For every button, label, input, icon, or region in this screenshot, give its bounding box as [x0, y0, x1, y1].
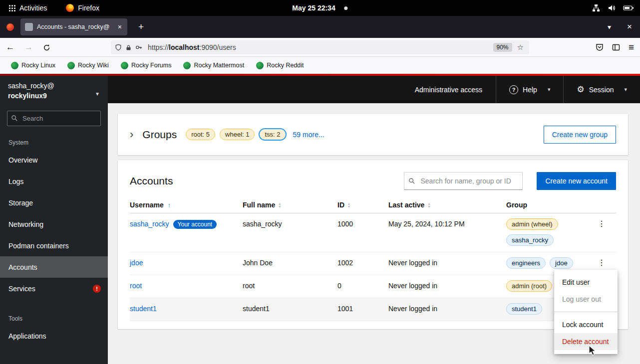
id-cell: 1000 — [337, 213, 388, 252]
new-tab-button[interactable]: + — [135, 21, 147, 32]
save-to-pocket-icon[interactable] — [596, 43, 604, 51]
sidebar-item-accounts[interactable]: Accounts — [0, 256, 108, 278]
focused-app-menu[interactable]: Firefox — [63, 3, 102, 13]
sidebar-search-input[interactable] — [7, 111, 101, 126]
rocky-linux-icon — [11, 62, 18, 69]
browser-tab[interactable]: Accounts - sasha_rocky@ × — [20, 18, 127, 35]
create-new-account-button[interactable]: Create new account — [537, 172, 616, 190]
administrative-access-button[interactable]: Administrative access — [401, 86, 496, 94]
row-actions-kebab-icon[interactable]: ⋮ — [594, 258, 610, 267]
sort-ascending-icon: ↑ — [168, 201, 171, 209]
column-header-username[interactable]: Username↑ — [130, 198, 243, 213]
firefox-profile-icon[interactable] — [6, 23, 14, 31]
group-chip[interactable]: student1 — [506, 303, 542, 315]
url-bar[interactable]: https://localhost:9090/users 90% ☆ — [111, 40, 529, 54]
group-chip[interactable]: jdoe — [550, 257, 573, 269]
sidebar-item-label: Logs — [8, 178, 23, 185]
url-path: :9090/users — [200, 43, 236, 51]
clock-button[interactable]: May 25 22:34 — [292, 4, 347, 12]
window-close-icon[interactable]: × — [627, 22, 632, 32]
recording-indicator-icon — [344, 6, 348, 10]
help-label: Help — [523, 86, 537, 94]
accounts-title: Accounts — [130, 175, 173, 187]
bookmark-rocky-forums[interactable]: Rocky Forums — [118, 60, 175, 71]
sidebar-item-overview[interactable]: Overview — [0, 149, 108, 171]
help-dropdown[interactable]: ? Help ▾ — [496, 76, 563, 103]
column-header-last-active[interactable]: Last active▴▾ — [388, 198, 506, 213]
search-icon — [11, 115, 18, 122]
full-name-cell: sasha_rocky — [243, 213, 337, 252]
bookmark-rocky-wiki[interactable]: Rocky Wiki — [64, 60, 112, 71]
bookmark-rocky-linux[interactable]: Rocky Linux — [8, 60, 58, 71]
menu-item-lock-account[interactable]: Lock account — [554, 316, 618, 333]
group-chip[interactable]: admin (root) — [506, 280, 552, 292]
back-button[interactable]: ← — [6, 42, 14, 52]
screen: Activities Firefox May 25 22:34 Accounts… — [0, 0, 640, 364]
your-account-badge: Your account — [173, 220, 217, 229]
connection-lock-icon[interactable] — [125, 44, 132, 51]
username-link[interactable]: student1 — [130, 305, 157, 313]
sidebar-username: sasha_rocky@ — [8, 81, 100, 91]
activities-icon — [9, 5, 15, 11]
activities-button[interactable]: Activities — [6, 3, 50, 13]
list-all-tabs-icon[interactable]: ▾ — [608, 23, 611, 31]
rocky-forums-icon — [121, 62, 128, 69]
column-header-full-name[interactable]: Full name▴▾ — [243, 198, 337, 213]
group-chip[interactable]: admin (wheel) — [506, 218, 558, 230]
sidebar-item-logs[interactable]: Logs — [0, 171, 108, 192]
help-caret-icon: ▾ — [548, 86, 551, 93]
system-status-area[interactable] — [592, 4, 634, 12]
app-menu-icon[interactable]: ≡ — [629, 42, 634, 53]
table-row-jdoe: jdoe John Doe 1002 Never logged in engin… — [130, 252, 616, 275]
bookmark-star-icon[interactable]: ☆ — [516, 43, 525, 52]
sidebar-item-services[interactable]: Services! — [0, 278, 108, 299]
sidebar-toggle-icon[interactable] — [612, 43, 620, 51]
row-actions-kebab-icon[interactable]: ⋮ — [594, 219, 610, 228]
id-cell: 1001 — [337, 298, 388, 321]
groups-expand-chevron-icon[interactable]: › — [130, 129, 133, 140]
tracking-protection-shield-icon[interactable] — [115, 44, 122, 51]
groups-more-link[interactable]: 59 more... — [293, 131, 324, 139]
group-chip-tss[interactable]: tss: 2 — [259, 129, 286, 140]
column-header-id[interactable]: ID▴▾ — [337, 198, 388, 213]
username-link[interactable]: sasha_rocky — [130, 220, 169, 228]
accounts-search — [404, 172, 523, 190]
table-row-root: root root 0 Never logged in admin (root)… — [130, 275, 616, 298]
username-link[interactable]: root — [130, 282, 142, 290]
reload-button[interactable] — [43, 44, 50, 51]
host-switcher[interactable]: sasha_rocky@ rockylinux9 ▾ — [0, 76, 108, 101]
username-link[interactable]: jdoe — [130, 259, 143, 267]
table-row-sasha-rocky: sasha_rockyYour account sasha_rocky 1000… — [130, 213, 616, 252]
column-label: ID — [337, 201, 344, 209]
group-chip-root[interactable]: root: 5 — [186, 129, 215, 140]
bookmark-label: Rocky Mattermost — [194, 62, 244, 69]
column-label: Username — [130, 201, 164, 209]
search-icon — [408, 178, 415, 184]
bookmark-label: Rocky Forums — [131, 62, 172, 69]
sidebar-item-podman-containers[interactable]: Podman containers — [0, 235, 108, 256]
menu-divider — [554, 312, 618, 312]
group-chip[interactable]: engineers — [506, 257, 546, 269]
accounts-search-input[interactable] — [404, 172, 523, 190]
tab-close-icon[interactable]: × — [117, 23, 123, 31]
sidebar-item-applications[interactable]: Applications — [0, 325, 108, 347]
saved-password-key-icon[interactable] — [135, 44, 142, 51]
sortable-icon: ▴▾ — [279, 202, 281, 208]
mouse-cursor — [588, 345, 597, 356]
sidebar-item-storage[interactable]: Storage — [0, 192, 108, 213]
zoom-level-badge[interactable]: 90% — [493, 43, 512, 52]
url-host: localhost — [169, 43, 199, 51]
gnome-top-bar: Activities Firefox May 25 22:34 — [0, 0, 640, 16]
group-chip-wheel[interactable]: wheel: 1 — [220, 129, 255, 140]
bookmark-rocky-mattermost[interactable]: Rocky Mattermost — [180, 60, 247, 71]
menu-item-edit-user[interactable]: Edit user — [554, 274, 618, 291]
bookmark-label: Rocky Reddit — [267, 62, 304, 69]
create-new-group-button[interactable]: Create new group — [544, 126, 616, 144]
bookmark-rocky-reddit[interactable]: Rocky Reddit — [253, 60, 307, 71]
bookmark-label: Rocky Wiki — [78, 62, 109, 69]
url-scheme: https:// — [148, 43, 169, 51]
sidebar-item-networking[interactable]: Networking — [0, 213, 108, 235]
group-chip[interactable]: sasha_rocky — [506, 234, 554, 246]
menu-item-delete-account[interactable]: Delete account — [554, 333, 618, 350]
session-dropdown[interactable]: ⚙ Session ▾ — [564, 76, 640, 103]
